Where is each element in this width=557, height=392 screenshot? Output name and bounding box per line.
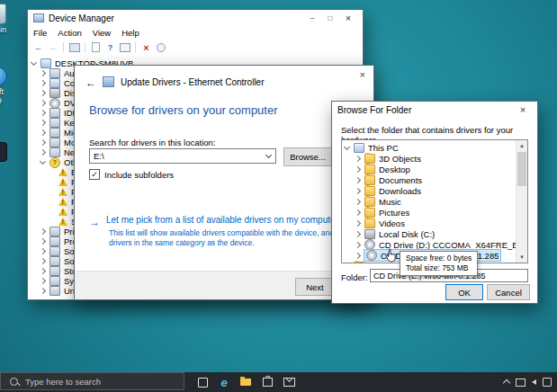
disk-icon bbox=[49, 88, 60, 98]
folder-icon bbox=[364, 154, 375, 164]
file-explorer-button[interactable] bbox=[235, 372, 256, 392]
tree-item[interactable]: Pictures bbox=[342, 207, 527, 218]
mail-button[interactable] bbox=[278, 372, 300, 392]
pick-from-list-description: This list will show available drivers co… bbox=[109, 228, 368, 249]
warning-icon bbox=[58, 198, 67, 206]
tree-item[interactable]: Local Disk (C:) bbox=[342, 228, 527, 239]
tree-item[interactable]: Music bbox=[342, 196, 527, 207]
cd-drive-icon bbox=[364, 239, 375, 250]
tree-item[interactable]: 3D Objects bbox=[342, 153, 527, 164]
chevron-down-icon bbox=[265, 152, 271, 158]
dialog-title: Update Drivers - Ethernet Controller bbox=[121, 77, 265, 87]
taskbar-apps: e bbox=[192, 372, 300, 392]
display-icon[interactable] bbox=[516, 379, 526, 387]
folder-icon bbox=[364, 175, 375, 185]
device-manager-titlebar[interactable]: Device Manager bbox=[28, 10, 363, 26]
sound-icon bbox=[49, 256, 60, 266]
tree-item[interactable]: Documents bbox=[342, 174, 527, 185]
close-icon[interactable]: × bbox=[360, 70, 365, 80]
folder-icon bbox=[364, 186, 375, 196]
chevron-up-icon[interactable] bbox=[503, 379, 510, 387]
store-icon bbox=[263, 378, 273, 387]
combobox-dropdown-button[interactable] bbox=[261, 149, 275, 163]
wizard-heading: Browse for drivers on your computer bbox=[89, 103, 278, 117]
document-icon[interactable] bbox=[92, 42, 100, 52]
monitor-icon[interactable] bbox=[120, 43, 130, 52]
warning-icon bbox=[58, 208, 67, 216]
tree-item[interactable]: Videos bbox=[342, 218, 527, 228]
drive-info-tooltip: Space free: 0 bytes Total size: 753 MB bbox=[400, 251, 478, 276]
include-subfolders-label: Include subfolders bbox=[104, 170, 174, 180]
scan-hardware-icon[interactable] bbox=[157, 43, 166, 52]
close-button[interactable] bbox=[514, 102, 532, 117]
scrollbar-thumb[interactable] bbox=[517, 152, 526, 186]
cancel-button[interactable]: Cancel bbox=[487, 284, 530, 300]
warning-icon bbox=[58, 168, 67, 176]
mouse-icon bbox=[49, 128, 60, 138]
driver-wizard-icon bbox=[103, 76, 114, 87]
tree-item[interactable]: CD Drive (D:) CCCOMA_X64FRE_EN-US_DV9 bbox=[342, 239, 527, 250]
minimize-button[interactable] bbox=[303, 11, 321, 25]
desktop: e-Bin soft 19 Device Manager File Action… bbox=[0, 0, 557, 392]
storage-icon bbox=[49, 266, 60, 276]
keyboard-icon bbox=[49, 118, 60, 128]
usb-icon bbox=[49, 286, 60, 296]
menu-help[interactable]: Help bbox=[116, 28, 145, 38]
scroll-up-icon[interactable]: ▲ bbox=[517, 140, 527, 151]
task-view-button[interactable] bbox=[192, 372, 213, 392]
search-location-label: Search for drivers in this location: bbox=[89, 138, 215, 147]
system-icon bbox=[49, 276, 60, 286]
mail-icon bbox=[283, 378, 295, 387]
taskbar-search[interactable]: Type here to search bbox=[0, 372, 184, 390]
store-button[interactable] bbox=[256, 372, 278, 392]
include-subfolders-checkbox[interactable] bbox=[89, 169, 100, 180]
pick-from-list-link[interactable]: Let me pick from a list of available dri… bbox=[89, 213, 338, 229]
uninstall-icon[interactable] bbox=[140, 42, 152, 53]
arrow-right-icon bbox=[89, 213, 100, 229]
tree-scrollbar[interactable]: ▲ ▼ bbox=[516, 140, 527, 263]
desktop-icon-dark-app[interactable] bbox=[0, 142, 18, 164]
browse-for-folder-titlebar[interactable]: Browse For Folder bbox=[332, 102, 537, 118]
browse-button[interactable]: Browse... bbox=[283, 147, 332, 166]
help-icon[interactable] bbox=[104, 42, 116, 53]
console-window-icon[interactable] bbox=[69, 43, 80, 52]
menu-view[interactable]: View bbox=[87, 28, 116, 38]
close-button[interactable] bbox=[339, 11, 357, 25]
driver-path-combobox[interactable]: E:\ bbox=[89, 148, 276, 164]
dark-app-icon bbox=[0, 142, 7, 162]
toolbar-separator bbox=[135, 42, 136, 52]
software-icon bbox=[49, 246, 60, 256]
forward-icon[interactable] bbox=[47, 42, 58, 53]
unknown-device-icon bbox=[49, 157, 60, 168]
tree-item[interactable]: Downloads bbox=[342, 185, 527, 196]
back-button[interactable] bbox=[85, 74, 96, 90]
folder-label: Folder: bbox=[341, 272, 368, 282]
tree-item[interactable]: Desktop bbox=[342, 164, 527, 174]
tooltip-total-size: Total size: 753 MB bbox=[406, 263, 472, 273]
dialog-title: Browse For Folder bbox=[337, 105, 411, 115]
menu-file[interactable]: File bbox=[28, 28, 52, 38]
folder-tree: This PC 3D Objects Desktop Documents Dow… bbox=[341, 139, 528, 263]
edge-button[interactable]: e bbox=[213, 372, 235, 392]
next-button[interactable]: Next bbox=[295, 278, 335, 296]
tree-item[interactable]: This PC bbox=[342, 142, 527, 153]
menu-action[interactable]: Action bbox=[52, 28, 86, 38]
window-title: Device Manager bbox=[49, 13, 114, 23]
folder-icon bbox=[364, 218, 375, 228]
driver-path-value: E:\ bbox=[94, 151, 104, 161]
back-icon[interactable] bbox=[32, 42, 44, 53]
desktop-icon-shortcut[interactable]: soft 19 bbox=[0, 67, 18, 106]
monitor-icon bbox=[49, 138, 60, 147]
search-placeholder: Type here to search bbox=[25, 377, 101, 387]
scroll-down-icon[interactable]: ▼ bbox=[517, 252, 527, 263]
volume-icon[interactable] bbox=[532, 379, 536, 385]
maximize-button[interactable] bbox=[321, 11, 339, 25]
this-pc-icon bbox=[354, 143, 364, 153]
search-icon bbox=[10, 378, 18, 386]
action-center-icon[interactable] bbox=[543, 378, 552, 387]
computer-icon bbox=[40, 58, 51, 68]
libraries-icon bbox=[354, 262, 364, 264]
desktop-icon-recycle-bin[interactable]: e-Bin bbox=[0, 4, 18, 35]
app-shortcut-icon bbox=[0, 67, 7, 86]
ok-button[interactable]: OK bbox=[445, 284, 483, 300]
